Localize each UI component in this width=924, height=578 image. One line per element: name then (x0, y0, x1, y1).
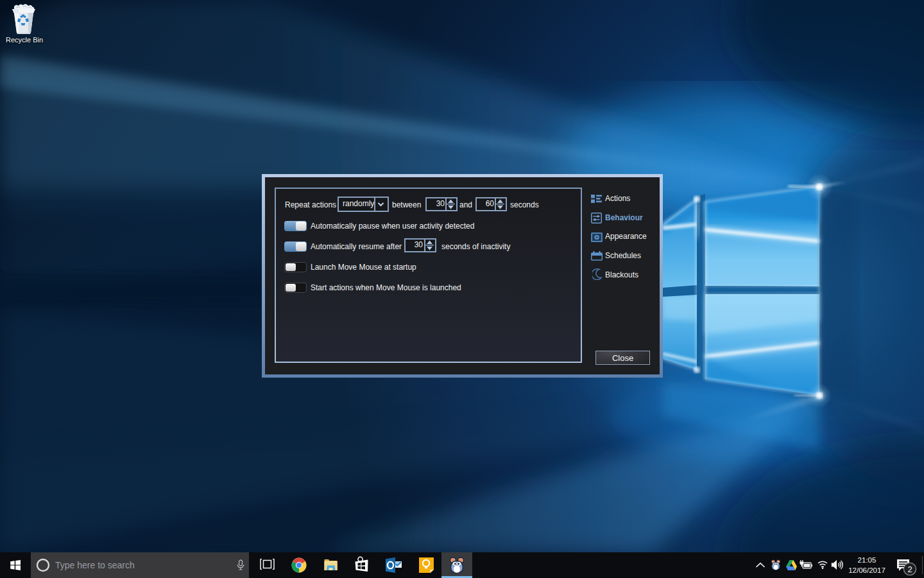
svg-text:2: 2 (907, 565, 912, 574)
